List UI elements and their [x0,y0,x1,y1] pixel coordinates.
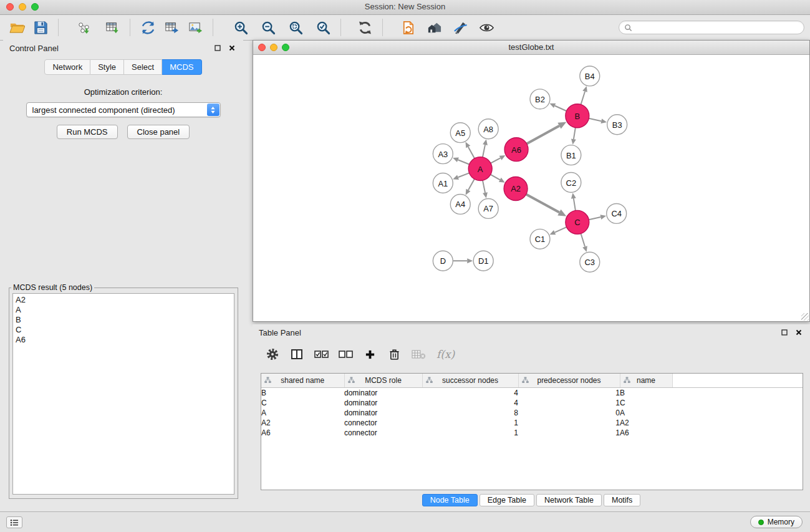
close-panel-button[interactable] [227,43,237,53]
network-edge-B-B4[interactable] [581,86,587,105]
show-graphics-details-button[interactable] [475,17,498,37]
search-input[interactable] [635,22,799,32]
table-row[interactable]: A6connector11A6 [261,428,803,438]
import-network-button[interactable] [72,17,95,37]
open-session-button[interactable] [5,17,29,37]
control-tab-style[interactable]: Style [90,59,124,75]
network-node-C3[interactable]: C3 [580,252,600,272]
mcds-result-item[interactable]: C [16,325,234,335]
network-edge-C-C4[interactable] [589,215,606,220]
mcds-result-item[interactable]: A [16,305,234,315]
network-edge-D-D1[interactable] [453,258,473,263]
column-header-name[interactable]: name [620,374,672,388]
table-tab-edge-table[interactable]: Edge Table [480,494,534,506]
network-close-button[interactable] [258,44,266,51]
network-zoom-button[interactable] [282,44,289,51]
zoom-selected-button[interactable] [311,17,335,37]
network-node-A5[interactable]: A5 [450,123,470,143]
network-edge-B-B3[interactable] [589,118,607,123]
close-window-button[interactable] [6,3,14,11]
export-table-button[interactable] [160,17,183,37]
network-edge-A-A4[interactable] [466,179,475,195]
close-panel-action-button[interactable]: Close panel [127,125,190,139]
control-tab-select[interactable]: Select [124,59,162,75]
memory-button[interactable]: Memory [750,516,803,528]
network-edge-C-C1[interactable] [549,227,566,235]
run-mcds-button[interactable]: Run MCDS [57,125,118,139]
table-tab-motifs[interactable]: Motifs [604,494,640,506]
table-tab-node-table[interactable]: Node Table [422,494,478,506]
add-column-button[interactable] [359,345,381,364]
network-node-C1[interactable]: C1 [530,229,550,249]
mcds-result-item[interactable]: A2 [16,295,234,305]
close-table-panel-button[interactable] [794,327,804,337]
network-edge-C-C2[interactable] [571,193,576,210]
deselect-all-rows-button[interactable] [334,345,357,364]
network-edge-A-A5[interactable] [465,142,475,158]
network-node-A1[interactable]: A1 [433,173,453,193]
network-node-B4[interactable]: B4 [580,66,600,86]
network-edge-A-A3[interactable] [453,158,470,165]
network-edge-B-B1[interactable] [571,127,576,144]
column-header-predecessor-nodes[interactable]: predecessor nodes [518,374,620,388]
network-node-B[interactable]: B [566,104,589,128]
resize-grip[interactable] [801,313,809,321]
zoom-out-button[interactable] [256,17,280,37]
network-edge-A-A1[interactable] [453,173,469,180]
table-row[interactable]: A2connector11A2 [261,418,803,428]
mcds-result-item[interactable]: A6 [16,335,234,345]
network-edge-A-A7[interactable] [483,180,488,198]
fullscreen-window-button[interactable] [31,3,39,11]
network-edge-A-A8[interactable] [483,139,488,157]
network-node-A7[interactable]: A7 [478,198,498,218]
table-row[interactable]: Bdominator41B [261,388,803,399]
network-node-A4[interactable]: A4 [450,194,470,214]
import-table-button[interactable] [100,17,124,37]
network-node-B1[interactable]: B1 [561,145,581,165]
network-edge-A-A6[interactable] [491,155,506,163]
column-header-shared-name[interactable]: shared name [261,374,344,388]
network-node-A3[interactable]: A3 [433,144,453,164]
network-node-B3[interactable]: B3 [607,115,627,135]
function-builder-button[interactable]: f(x) [436,348,455,360]
network-node-C[interactable]: C [566,210,589,234]
table-settings-button[interactable] [261,345,284,364]
share-document-button[interactable] [396,17,420,37]
control-tab-network[interactable]: Network [44,59,90,75]
delete-column-button[interactable] [383,345,405,364]
mcds-result-item[interactable]: B [16,315,234,325]
network-minimize-button[interactable] [270,44,277,51]
column-header-MCDS-role[interactable]: MCDS role [344,374,422,388]
apply-layout-button[interactable] [353,17,377,37]
float-table-panel-button[interactable] [779,327,789,337]
column-header-successor-nodes[interactable]: successor nodes [422,374,518,388]
annotation-button[interactable] [448,17,472,37]
minimize-window-button[interactable] [19,3,26,11]
control-tab-mcds[interactable]: MCDS [162,59,201,75]
network-node-A8[interactable]: A8 [478,119,498,139]
task-history-button[interactable] [6,516,22,528]
network-edge-A-A2[interactable] [491,175,505,183]
zoom-fit-button[interactable] [284,17,307,37]
network-node-C4[interactable]: C4 [607,203,627,223]
network-edge-A2-C[interactable] [526,195,567,216]
network-edge-A6-B[interactable] [527,122,567,143]
criterion-dropdown[interactable]: largest connected component (directed) [26,102,221,117]
delete-table-button[interactable] [407,345,430,364]
network-canvas[interactable]: B4B2BB3A5A8A6A3B1AA1C2A2A4A7C4CC1C3DD1 [253,55,809,321]
export-image-button[interactable] [183,17,207,37]
network-node-C2[interactable]: C2 [561,173,581,193]
network-node-B2[interactable]: B2 [530,89,550,109]
save-session-button[interactable] [29,17,52,37]
float-panel-button[interactable] [213,43,223,53]
table-row[interactable]: Cdominator41C [261,398,803,408]
mcds-result-list[interactable]: A2ABCA6 [12,293,234,495]
table-row[interactable]: Adominator80A [261,408,803,418]
network-node-D1[interactable]: D1 [473,251,493,271]
ndex-home-button[interactable] [422,17,446,37]
network-node-A6[interactable]: A6 [504,138,528,162]
network-edge-C-C3[interactable] [581,233,587,252]
network-node-A2[interactable]: A2 [504,177,528,201]
zoom-in-button[interactable] [229,17,253,37]
network-node-D[interactable]: D [433,251,453,271]
